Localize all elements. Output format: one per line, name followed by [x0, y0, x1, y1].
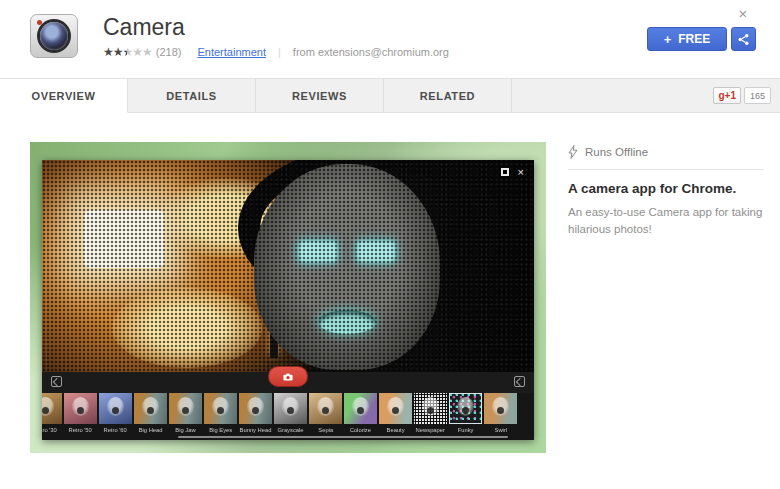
gplus-one-button[interactable]: g+1	[713, 87, 741, 104]
filter-funky[interactable]: Funky	[449, 393, 482, 436]
webcam-preview: ×	[42, 160, 534, 372]
filter-thumbnail-image	[204, 393, 237, 424]
mirror-icon[interactable]	[514, 376, 525, 387]
store-header: × Camera ★★★★★ (218) Entertainment | fro…	[0, 0, 780, 78]
category-link[interactable]: Entertainment	[197, 46, 265, 58]
plus-icon: +	[664, 32, 672, 47]
halftone-filter-overlay	[42, 160, 534, 372]
filter-thumbnail-image	[42, 393, 62, 424]
app-meta-row: ★★★★★ (218) Entertainment | from extensi…	[103, 46, 449, 58]
star-rating[interactable]: ★★★★★	[103, 46, 152, 58]
filter-thumbnail-image	[344, 393, 377, 424]
filter-strip: Retro '30 Retro '50 Retro '60 Big Head B…	[42, 393, 534, 440]
app-description: An easy-to-use Camera app for taking hil…	[568, 204, 764, 239]
filter-colorize[interactable]: Colorize	[344, 393, 377, 436]
gallery-icon[interactable]	[51, 376, 62, 387]
maximize-icon[interactable]	[501, 168, 509, 176]
tab-related[interactable]: RELATED	[384, 79, 512, 112]
filter-thumbnail-image	[449, 393, 482, 424]
share-button[interactable]	[731, 27, 756, 51]
filter-thumbnail-image	[379, 393, 412, 424]
window-controls: ×	[501, 167, 524, 177]
camera-icon	[283, 373, 293, 381]
meta-divider: |	[278, 46, 281, 58]
filter-thumbnail-image	[414, 393, 447, 424]
filter-newspaper[interactable]: Newspaper	[414, 393, 447, 436]
screenshot-carousel-image[interactable]: × Retro '30 Retro '50 Retro '60 Big Head…	[30, 142, 546, 453]
filter-big-head[interactable]: Big Head	[134, 393, 167, 436]
publisher-byline: from extensions@chromium.org	[293, 46, 449, 58]
page-title: Camera	[103, 14, 185, 41]
runs-offline-row: Runs Offline	[568, 145, 648, 159]
camera-app-window: × Retro '30 Retro '50 Retro '60 Big Head…	[42, 160, 534, 440]
camera-lens-icon	[40, 22, 68, 50]
close-icon[interactable]: ×	[735, 6, 751, 22]
filter-thumbnail-image	[274, 393, 307, 424]
tab-overview[interactable]: OVERVIEW	[0, 79, 128, 113]
filter-thumbnails: Retro '30 Retro '50 Retro '60 Big Head B…	[42, 393, 517, 436]
filter-bunny-head[interactable]: Bunny Head	[239, 393, 272, 436]
free-install-button[interactable]: + FREE	[647, 27, 727, 51]
filter-thumbnail-image	[239, 393, 272, 424]
filter-sepia[interactable]: Sepia	[309, 393, 342, 436]
filter-thumbnail-image	[169, 393, 202, 424]
filter-thumbnail-image	[64, 393, 97, 424]
tab-bar: OVERVIEW DETAILS REVIEWS RELATED g+1 165	[0, 78, 780, 113]
filter-thumbnail-image	[99, 393, 132, 424]
share-icon	[737, 33, 750, 46]
filter-grayscale[interactable]: Grayscale	[274, 393, 307, 436]
filter-retro-30[interactable]: Retro '30	[42, 393, 62, 436]
filter-strip-scrollbar[interactable]	[178, 436, 508, 438]
free-button-label: FREE	[678, 32, 710, 46]
sidebar-divider	[568, 169, 764, 170]
shutter-button[interactable]	[268, 366, 308, 387]
filter-thumbnail-image	[134, 393, 167, 424]
filter-big-eyes[interactable]: Big Eyes	[204, 393, 237, 436]
camera-toolbar	[42, 372, 534, 393]
filter-big-jaw[interactable]: Big Jaw	[169, 393, 202, 436]
plusone-widget: g+1 165	[713, 79, 780, 112]
filter-swirl[interactable]: Swirl	[484, 393, 517, 436]
runs-offline-label: Runs Offline	[585, 146, 648, 158]
app-icon	[30, 14, 78, 58]
filter-thumbnail-image	[309, 393, 342, 424]
camera-shutter-dot-icon	[37, 20, 42, 25]
lightning-icon	[568, 145, 578, 159]
gplus-count-badge: 165	[744, 87, 771, 104]
tab-reviews[interactable]: REVIEWS	[256, 79, 384, 112]
tab-details[interactable]: DETAILS	[128, 79, 256, 112]
rating-count: (218)	[156, 46, 182, 58]
filter-beauty[interactable]: Beauty	[379, 393, 412, 436]
window-close-icon[interactable]: ×	[518, 167, 524, 177]
filter-retro-60[interactable]: Retro '60	[99, 393, 132, 436]
app-tagline: A camera app for Chrome.	[568, 181, 768, 196]
filter-thumbnail-image	[484, 393, 517, 424]
filter-retro-50[interactable]: Retro '50	[64, 393, 97, 436]
